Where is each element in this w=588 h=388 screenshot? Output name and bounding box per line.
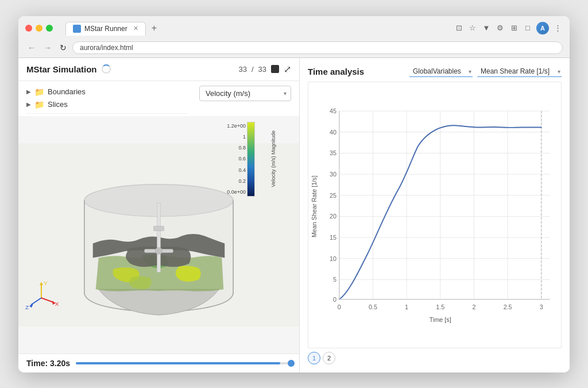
screenshot-icon[interactable]: □ bbox=[523, 23, 533, 33]
close-button[interactable] bbox=[25, 25, 32, 32]
scale-tick-1: 1.2e+00 bbox=[227, 123, 246, 129]
folder-icon-slices: 📁 bbox=[34, 100, 44, 109]
svg-text:10: 10 bbox=[330, 255, 336, 262]
timeline-thumb[interactable] bbox=[288, 360, 295, 367]
chart-dropdowns: GlobalVariables Mean Shear Rate [1/s] bbox=[409, 66, 562, 77]
browser-titlebar: MStar Runner ✕ + ⊡ ☆ ▼ ⚙ ⊞ □ A ⋮ ← → ↻ a… bbox=[18, 16, 570, 58]
app-title: MStar Simulation bbox=[26, 64, 97, 74]
stop-button[interactable] bbox=[271, 65, 279, 73]
right-panel: Time analysis GlobalVariables Mean Shear… bbox=[300, 58, 570, 372]
tree-item-slices[interactable]: ▶ 📁 Slices bbox=[26, 98, 188, 111]
scale-tick-3: 0.8 bbox=[238, 145, 246, 151]
global-variables-dropdown[interactable]: GlobalVariables bbox=[409, 66, 473, 77]
extensions-icon[interactable]: ⚙ bbox=[495, 23, 505, 33]
svg-text:40: 40 bbox=[330, 128, 336, 135]
loading-spinner bbox=[102, 64, 111, 74]
timeline-track[interactable] bbox=[76, 362, 291, 364]
svg-text:Time [s]: Time [s] bbox=[430, 316, 451, 322]
page-button-1[interactable]: 1 bbox=[308, 352, 320, 364]
mstar-extension-icon[interactable]: ▼ bbox=[481, 23, 492, 33]
global-variables-dropdown-wrapper[interactable]: GlobalVariables bbox=[409, 66, 473, 77]
svg-text:3: 3 bbox=[540, 304, 543, 310]
scale-tick-4: 0.6 bbox=[238, 156, 246, 162]
svg-rect-5 bbox=[154, 226, 164, 231]
visualization-area: Y Z X 1.2e+00 1 bbox=[18, 116, 299, 354]
svg-text:Y: Y bbox=[44, 280, 48, 286]
svg-rect-2 bbox=[157, 203, 161, 272]
velocity-dropdown[interactable]: Velocity (m/s) Pressure (Pa) Turbulent K… bbox=[199, 86, 291, 101]
traffic-lights bbox=[25, 25, 53, 32]
svg-text:30: 30 bbox=[330, 171, 336, 178]
scale-tick-5: 0.4 bbox=[238, 167, 246, 173]
minimize-button[interactable] bbox=[36, 25, 42, 32]
puzzle-icon[interactable]: ⊞ bbox=[509, 23, 519, 33]
frame-total: 33 bbox=[258, 65, 266, 74]
refresh-button[interactable]: ↻ bbox=[57, 42, 69, 53]
svg-text:0: 0 bbox=[338, 304, 341, 310]
new-tab-button[interactable]: + bbox=[147, 21, 161, 36]
user-avatar[interactable]: A bbox=[536, 22, 549, 34]
app-title-area: MStar Simulation bbox=[26, 64, 111, 74]
scale-tick-2: 1 bbox=[243, 134, 246, 140]
time-analysis-chart: 45 40 35 30 25 20 15 10 5 0 0 0.5 1 1.5 … bbox=[308, 82, 561, 348]
scale-tick-6: 0.2 bbox=[238, 178, 246, 184]
svg-text:1: 1 bbox=[405, 304, 408, 310]
tab-label: MStar Runner bbox=[84, 25, 127, 33]
chart-header: Time analysis GlobalVariables Mean Shear… bbox=[308, 66, 562, 77]
browser-actions: ⊡ ☆ ▼ ⚙ ⊞ □ A ⋮ bbox=[454, 22, 563, 34]
bookmark-star-icon[interactable]: ☆ bbox=[467, 23, 478, 33]
scale-ticks: 1.2e+00 1 0.8 0.6 0.4 0.2 0.0e+00 bbox=[227, 122, 246, 197]
chart-title: Time analysis bbox=[308, 67, 364, 76]
forward-button[interactable]: → bbox=[41, 42, 54, 53]
boundaries-label: Boundaries bbox=[48, 87, 86, 96]
mean-shear-rate-dropdown[interactable]: Mean Shear Rate [1/s] bbox=[477, 66, 562, 77]
svg-text:2.5: 2.5 bbox=[504, 304, 512, 310]
velocity-dropdown-container[interactable]: Velocity (m/s) Pressure (Pa) Turbulent K… bbox=[199, 86, 291, 101]
svg-text:20: 20 bbox=[330, 213, 336, 220]
tree-area: ▶ 📁 Boundaries ▶ 📁 Slices bbox=[26, 83, 188, 114]
cast-icon[interactable]: ⊡ bbox=[454, 23, 464, 33]
mean-shear-rate-dropdown-wrapper[interactable]: Mean Shear Rate [1/s] bbox=[477, 66, 562, 77]
menu-icon[interactable]: ⋮ bbox=[552, 23, 563, 33]
active-tab[interactable]: MStar Runner ✕ bbox=[65, 22, 146, 36]
chart-pagination: 1 2 bbox=[308, 352, 562, 364]
browser-window: MStar Runner ✕ + ⊡ ☆ ▼ ⚙ ⊞ □ A ⋮ ← → ↻ a… bbox=[18, 16, 570, 372]
fullscreen-button[interactable]: ⤢ bbox=[284, 64, 291, 75]
tree-arrow-slices: ▶ bbox=[26, 101, 31, 107]
svg-text:2: 2 bbox=[472, 304, 475, 310]
maximize-button[interactable] bbox=[46, 25, 53, 32]
color-scale-gradient bbox=[247, 122, 255, 197]
tab-bar: MStar Runner ✕ + bbox=[65, 21, 447, 36]
tab-close-button[interactable]: ✕ bbox=[133, 25, 138, 32]
url-text: aurora/index.html bbox=[80, 44, 133, 52]
back-button[interactable]: ← bbox=[25, 42, 38, 53]
left-panel: MStar Simulation 33 / 33 ⤢ ▶ 📁 bbox=[18, 58, 300, 372]
svg-text:45: 45 bbox=[330, 107, 336, 114]
tree-arrow-boundaries: ▶ bbox=[26, 89, 31, 95]
svg-text:X: X bbox=[55, 301, 59, 307]
svg-text:25: 25 bbox=[330, 191, 336, 198]
folder-icon-boundaries: 📁 bbox=[34, 87, 44, 97]
slices-label: Slices bbox=[48, 100, 68, 109]
page-button-2[interactable]: 2 bbox=[323, 352, 335, 364]
app-content: MStar Simulation 33 / 33 ⤢ ▶ 📁 bbox=[18, 58, 570, 372]
svg-text:Z: Z bbox=[25, 304, 29, 310]
timeline-fill bbox=[76, 362, 280, 364]
svg-text:35: 35 bbox=[330, 149, 336, 156]
svg-text:15: 15 bbox=[330, 234, 336, 241]
scale-unit-label: Velocity (m/s) Magnitude bbox=[270, 130, 276, 187]
tree-item-boundaries[interactable]: ▶ 📁 Boundaries bbox=[26, 86, 188, 98]
frame-current: 33 bbox=[238, 65, 246, 74]
svg-rect-15 bbox=[308, 102, 561, 327]
svg-text:5: 5 bbox=[333, 276, 336, 283]
frame-separator: / bbox=[252, 65, 254, 74]
app-header: MStar Simulation 33 / 33 ⤢ bbox=[18, 58, 299, 81]
timeline-area: Time: 3.20s bbox=[18, 354, 299, 372]
svg-point-4 bbox=[156, 247, 163, 254]
address-bar[interactable]: aurora/index.html bbox=[72, 41, 563, 54]
svg-text:0: 0 bbox=[333, 295, 336, 302]
svg-text:1.5: 1.5 bbox=[436, 304, 444, 310]
frame-counter: 33 / 33 ⤢ bbox=[238, 64, 291, 75]
color-scale-container: 1.2e+00 1 0.8 0.6 0.4 0.2 0.0e+00 Veloci… bbox=[227, 122, 291, 197]
svg-text:0.5: 0.5 bbox=[369, 304, 377, 310]
